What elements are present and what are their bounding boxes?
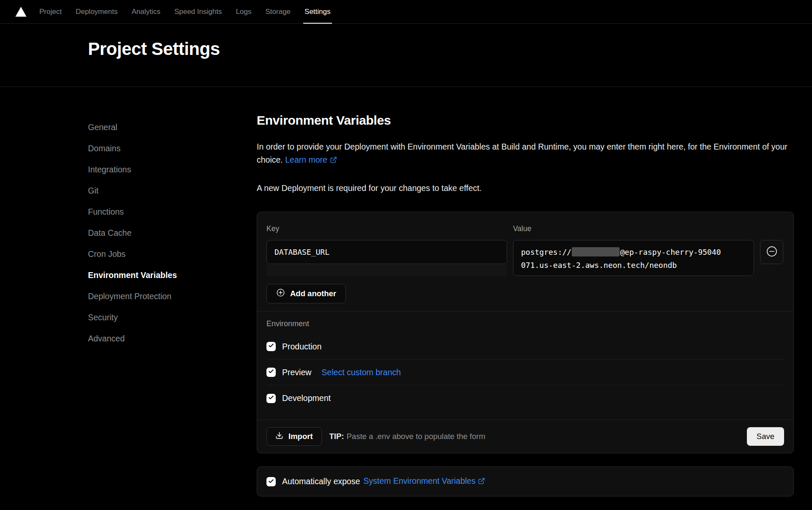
sidebar-item-advanced[interactable]: Advanced: [88, 328, 257, 349]
sidebar-item-integrations[interactable]: Integrations: [88, 159, 257, 180]
system-env-link-label: System Environment Variables: [363, 476, 475, 485]
check-icon: [268, 368, 274, 376]
external-link-icon: [330, 154, 337, 167]
settings-sidebar: General Domains Integrations Git Functio…: [88, 87, 257, 496]
tip-body: Paste a .env above to populate the form: [347, 432, 486, 441]
sidebar-item-general[interactable]: General: [88, 117, 257, 138]
check-icon: [268, 395, 274, 402]
key-value-section: Key DATABASE_URL Value postgres://@ep-ra…: [257, 212, 793, 311]
card-footer: Import TIP:Paste a .env above to populat…: [257, 420, 793, 453]
key-input-secondary-row[interactable]: [266, 265, 507, 276]
production-label: Production: [282, 342, 321, 352]
nav-tab-speed-insights[interactable]: Speed Insights: [174, 0, 222, 23]
development-label: Development: [282, 393, 331, 403]
download-icon: [275, 431, 283, 442]
add-another-button[interactable]: Add another: [266, 284, 346, 303]
key-column: Key DATABASE_URL: [266, 222, 507, 276]
value-label: Value: [513, 222, 754, 233]
env-row-preview: Preview Select custom branch: [266, 360, 784, 385]
env-row-production: Production: [266, 334, 784, 360]
nav-tab-storage[interactable]: Storage: [266, 0, 291, 23]
system-env-link[interactable]: System Environment Variables: [363, 476, 485, 487]
value-line1-prefix: postgres://: [521, 248, 571, 256]
content: General Domains Integrations Git Functio…: [0, 87, 812, 496]
section-heading: Environment Variables: [257, 113, 794, 128]
production-checkbox[interactable]: [266, 342, 276, 351]
learn-more-link[interactable]: Learn more: [285, 155, 337, 164]
sidebar-item-functions[interactable]: Functions: [88, 201, 257, 222]
sidebar-item-git[interactable]: Git: [88, 180, 257, 201]
system-env-text: Automatically expose: [282, 477, 360, 486]
tip-prefix: TIP:: [329, 432, 344, 441]
value-input[interactable]: postgres://@ep-raspy-cherry-95040 071.us…: [513, 240, 754, 276]
nav-tab-settings[interactable]: Settings: [304, 0, 330, 23]
sidebar-item-cron-jobs[interactable]: Cron Jobs: [88, 243, 257, 265]
deployment-note: A new Deployment is required for your ch…: [257, 182, 794, 195]
top-nav: Project Deployments Analytics Speed Insi…: [0, 0, 812, 24]
value-line1-suffix: @ep-raspy-cherry-95040: [620, 248, 721, 256]
env-vars-card: Key DATABASE_URL Value postgres://@ep-ra…: [257, 212, 794, 453]
sidebar-item-domains[interactable]: Domains: [88, 138, 257, 159]
learn-more-label: Learn more: [285, 155, 327, 164]
add-another-label: Add another: [290, 289, 336, 298]
remove-column: [760, 222, 783, 276]
development-checkbox[interactable]: [266, 394, 276, 403]
minus-circle-icon: [766, 245, 778, 259]
preview-label: Preview: [282, 368, 311, 377]
preview-checkbox[interactable]: [266, 368, 276, 377]
main-panel: Environment Variables In order to provid…: [257, 87, 794, 496]
nav-tab-deployments[interactable]: Deployments: [76, 0, 118, 23]
remove-row-button[interactable]: [760, 240, 783, 264]
sidebar-item-security[interactable]: Security: [88, 307, 257, 328]
external-link-icon: [478, 477, 485, 487]
system-env-card: Automatically expose System Environment …: [257, 466, 794, 496]
nav-tab-analytics[interactable]: Analytics: [132, 0, 160, 23]
section-description: In order to provide your Deployment with…: [257, 140, 794, 167]
select-custom-branch-link[interactable]: Select custom branch: [321, 368, 401, 377]
value-column: Value postgres://@ep-raspy-cherry-95040 …: [513, 222, 754, 276]
tip-text: TIP:Paste a .env above to populate the f…: [329, 432, 486, 441]
save-button[interactable]: Save: [747, 427, 784, 446]
environment-section: Environment Production Preview Select cu: [257, 311, 793, 420]
vercel-logo-icon[interactable]: [15, 7, 27, 17]
nav-tab-project[interactable]: Project: [39, 0, 62, 23]
import-label: Import: [288, 432, 313, 441]
page-title: Project Settings: [88, 38, 812, 60]
environment-label: Environment: [266, 319, 784, 328]
check-icon: [268, 477, 274, 486]
nav-tabs: Project Deployments Analytics Speed Insi…: [39, 0, 331, 23]
key-input[interactable]: DATABASE_URL: [266, 240, 507, 264]
import-button[interactable]: Import: [266, 427, 322, 446]
plus-circle-icon: [276, 288, 285, 299]
sidebar-item-deployment-protection[interactable]: Deployment Protection: [88, 286, 257, 307]
sidebar-item-data-cache[interactable]: Data Cache: [88, 222, 257, 243]
system-env-checkbox[interactable]: [266, 477, 276, 486]
check-icon: [268, 343, 274, 350]
redacted-credentials: [572, 247, 620, 256]
key-label: Key: [266, 222, 507, 233]
value-line2: 071.us-east-2.aws.neon.tech/neondb: [521, 261, 677, 270]
sidebar-item-environment-variables[interactable]: Environment Variables: [88, 265, 257, 286]
page-header: Project Settings: [0, 24, 812, 87]
env-row-development: Development: [266, 385, 784, 411]
nav-tab-logs[interactable]: Logs: [236, 0, 252, 23]
